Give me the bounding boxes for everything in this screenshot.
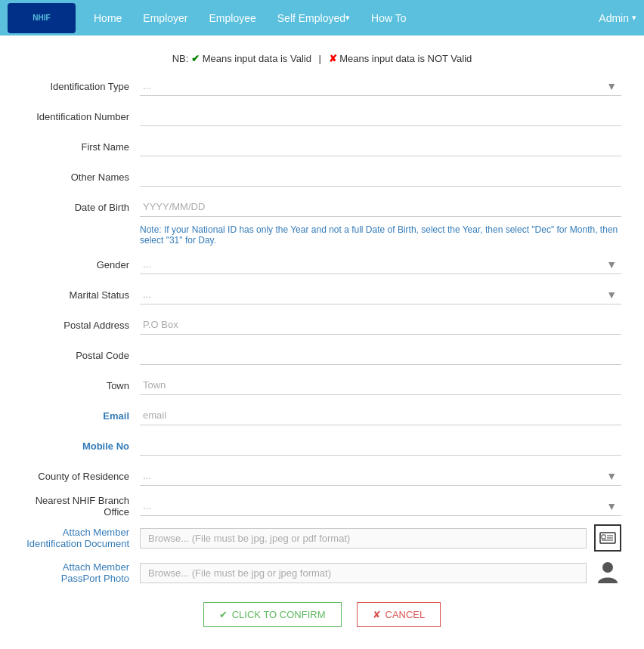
dob-label: Date of Birth — [23, 202, 140, 213]
main-content: NB: ✔ Means input data is Valid | ✘ Mean… — [0, 36, 644, 649]
nav-home[interactable]: Home — [83, 0, 132, 36]
marital-status-select[interactable]: ... Single Married Divorced Widowed — [140, 285, 621, 304]
logo: NHIF — [8, 3, 76, 33]
person-icon — [594, 559, 621, 586]
person-silhouette-icon — [597, 561, 618, 585]
town-input[interactable] — [140, 375, 621, 395]
cancel-button[interactable]: ✘ CANCEL — [357, 602, 441, 627]
identification-type-label: Identification Type — [23, 81, 140, 92]
marital-status-wrap: ... Single Married Divorced Widowed ▼ — [140, 285, 621, 304]
email-wrap — [140, 406, 621, 425]
other-names-input[interactable] — [140, 167, 621, 187]
mobile-no-row: Mobile No — [23, 433, 621, 459]
svg-point-5 — [602, 562, 613, 573]
postal-code-row: Postal Code — [23, 342, 621, 368]
dob-input[interactable] — [140, 197, 621, 217]
marital-status-row: Marital Status ... Single Married Divorc… — [23, 282, 621, 308]
nhif-branch-label: Nearest NHIF Branch Office — [23, 495, 140, 518]
nav-how-to[interactable]: How To — [361, 0, 416, 36]
county-wrap: ... Nairobi Mombasa Kisumu ▼ — [140, 466, 621, 486]
other-names-label: Other Names — [23, 172, 140, 183]
separator: | — [319, 53, 321, 64]
attach-id-label: Attach Member Identification Document — [23, 527, 140, 549]
identification-type-select[interactable]: ... National ID Passport Alien ID — [140, 76, 621, 96]
nhif-branch-wrap: ... Nairobi HQ Mombasa ▼ — [140, 496, 621, 516]
svg-rect-1 — [602, 535, 605, 539]
mobile-no-wrap — [140, 436, 621, 456]
town-row: Town — [23, 372, 621, 398]
attach-id-wrap: Browse... (File must be jpg, jpeg or pdf… — [140, 524, 621, 552]
identification-number-row: Identification Number — [23, 104, 621, 129]
attach-passport-input[interactable]: Browse... (File must be jpg or jpeg form… — [140, 563, 587, 583]
email-label: Email — [23, 410, 140, 422]
identification-type-row: Identification Type ... National ID Pass… — [23, 73, 621, 99]
valid-icon: ✔ — [191, 53, 200, 64]
gender-wrap: ... Male Female ▼ — [140, 255, 621, 274]
county-select[interactable]: ... Nairobi Mombasa Kisumu — [140, 466, 621, 486]
marital-status-label: Marital Status — [23, 289, 140, 301]
valid-text: Means input data is Valid — [203, 53, 311, 64]
button-row: ✔ CLICK TO CONFIRM ✘ CANCEL — [23, 602, 621, 627]
attach-id-icon — [594, 524, 621, 552]
email-row: Email — [23, 403, 621, 428]
identification-number-wrap — [140, 107, 621, 126]
confirm-check-icon: ✔ — [219, 609, 228, 620]
first-name-label: First Name — [23, 141, 140, 153]
mobile-no-label: Mobile No — [23, 440, 140, 452]
gender-select[interactable]: ... Male Female — [140, 255, 621, 274]
notice-prefix: NB: — [172, 53, 189, 64]
attach-passport-wrap: Browse... (File must be jpg or jpeg form… — [140, 559, 621, 586]
county-label: County of Residence — [23, 471, 140, 482]
first-name-row: First Name — [23, 134, 621, 159]
town-label: Town — [23, 380, 140, 391]
nav-employee[interactable]: Employee — [199, 0, 267, 36]
postal-address-input[interactable] — [140, 315, 621, 335]
dob-row: Date of Birth — [23, 194, 621, 220]
navbar: NHIF Home Employer Employee Self Employe… — [0, 0, 644, 36]
mobile-no-input[interactable] — [140, 436, 621, 456]
postal-code-input[interactable] — [140, 345, 621, 365]
postal-address-row: Postal Address — [23, 312, 621, 338]
confirm-label: CLICK TO CONFIRM — [232, 609, 326, 620]
invalid-icon: ✘ — [329, 53, 337, 64]
postal-address-wrap — [140, 315, 621, 335]
nhif-branch-row: Nearest NHIF Branch Office ... Nairobi H… — [23, 493, 621, 519]
postal-code-label: Postal Code — [23, 350, 140, 361]
identification-number-label: Identification Number — [23, 111, 140, 122]
town-wrap — [140, 375, 621, 395]
notice-bar: NB: ✔ Means input data is Valid | ✘ Mean… — [23, 47, 621, 73]
logo-text: NHIF — [33, 14, 50, 22]
first-name-input[interactable] — [140, 137, 621, 156]
nav-employer[interactable]: Employer — [132, 0, 198, 36]
cancel-x-icon: ✘ — [373, 609, 381, 620]
county-row: County of Residence ... Nairobi Mombasa … — [23, 463, 621, 489]
nav-admin[interactable]: Admin — [599, 12, 636, 24]
nav-self-employed[interactable]: Self Employed — [267, 0, 361, 36]
gender-row: Gender ... Male Female ▼ — [23, 252, 621, 277]
other-names-wrap — [140, 167, 621, 187]
attach-passport-row: Attach Member PassPort Photo Browse... (… — [23, 558, 621, 587]
other-names-row: Other Names — [23, 164, 621, 190]
postal-code-wrap — [140, 345, 621, 365]
dob-note-text: Note: If your National ID has only the Y… — [140, 224, 618, 246]
confirm-button[interactable]: ✔ CLICK TO CONFIRM — [203, 602, 342, 627]
nhif-branch-select[interactable]: ... Nairobi HQ Mombasa — [140, 496, 621, 516]
attach-passport-label: Attach Member PassPort Photo — [23, 561, 140, 584]
first-name-wrap — [140, 137, 621, 156]
postal-address-label: Postal Address — [23, 320, 140, 331]
gender-label: Gender — [23, 259, 140, 270]
identification-number-input[interactable] — [140, 107, 621, 126]
dob-note: Note: If your National ID has only the Y… — [140, 224, 621, 246]
invalid-text: Means input data is NOT Valid — [339, 53, 472, 64]
email-input[interactable] — [140, 406, 621, 425]
attach-id-input[interactable]: Browse... (File must be jpg, jpeg or pdf… — [140, 528, 587, 549]
dob-wrap — [140, 197, 621, 217]
nav-items: Home Employer Employee Self Employed How… — [83, 0, 599, 36]
identification-type-wrap: ... National ID Passport Alien ID ▼ — [140, 76, 621, 96]
attach-id-row: Attach Member Identification Document Br… — [23, 524, 621, 552]
cancel-label: CANCEL — [385, 609, 426, 620]
id-card-icon — [599, 532, 616, 544]
